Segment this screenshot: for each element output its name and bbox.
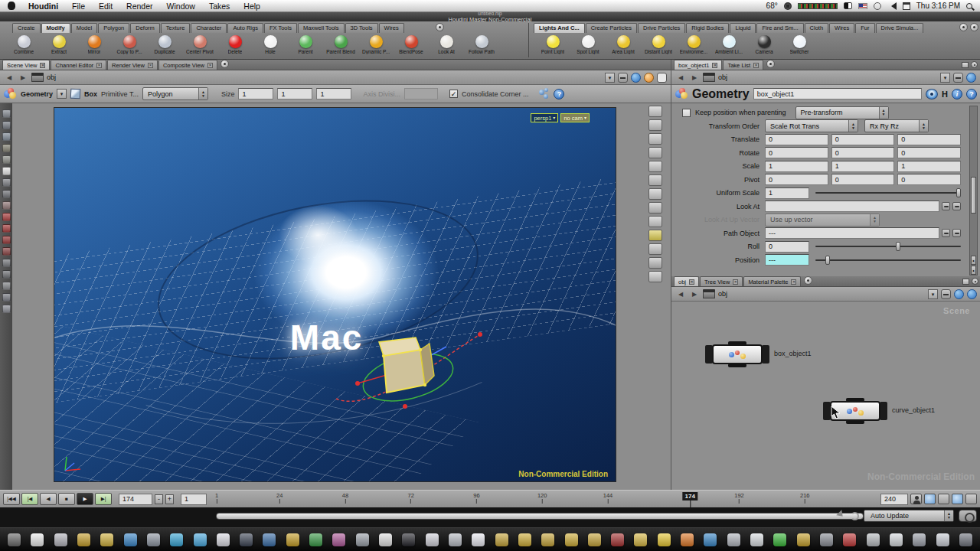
window-titlebar[interactable]: untitled.hip Houdini Master Non-Commerci… <box>0 12 980 21</box>
linked-icon[interactable] <box>966 73 976 83</box>
tab-close-icon[interactable] <box>712 63 717 68</box>
primitive-type-select[interactable]: Polygon <box>142 87 208 100</box>
dock-app-icon[interactable] <box>426 533 439 546</box>
viewport-control-icon[interactable] <box>648 174 662 186</box>
viewport-tool-icon[interactable] <box>2 247 11 256</box>
snapshot-icon[interactable] <box>657 73 667 83</box>
consolidate-checkbox[interactable] <box>449 90 458 98</box>
viewport-tool-icon[interactable] <box>2 167 11 175</box>
dock-app-icon[interactable] <box>170 533 183 546</box>
dock-app-icon[interactable] <box>890 533 903 546</box>
viewport-control-icon[interactable] <box>648 243 662 255</box>
shelf-tab[interactable]: Create Particles <box>586 23 637 33</box>
pose-icon[interactable] <box>910 494 922 504</box>
sync-icon[interactable] <box>874 2 881 10</box>
shelf-tab[interactable]: Auto Rigs <box>227 23 263 33</box>
nav-forward-icon[interactable] <box>689 289 700 299</box>
pane-tab[interactable]: obj <box>674 276 699 286</box>
dock-app-icon[interactable] <box>727 533 740 546</box>
viewport-3d[interactable]: Mac persp1 no <box>54 107 616 482</box>
shelf-tab[interactable]: Wires <box>829 23 854 33</box>
shelf-tool[interactable]: Environme... <box>676 34 711 54</box>
uniform-scale-slider[interactable] <box>815 187 961 198</box>
dock-app-icon[interactable] <box>77 533 90 546</box>
spotlight-search-icon[interactable] <box>966 3 972 9</box>
playback-button[interactable]: |◀◀ <box>3 493 20 505</box>
viewport-tool-icon[interactable] <box>2 144 11 152</box>
dock-app-icon[interactable] <box>518 533 531 546</box>
rotate-x-field[interactable]: 0 <box>765 147 828 158</box>
shelf-tool[interactable]: Copy to P... <box>112 34 147 54</box>
pane-tab[interactable]: Tree View <box>700 276 743 286</box>
playback-button[interactable]: ▶ <box>77 493 93 505</box>
shelf-tab[interactable]: Model <box>71 23 97 33</box>
camera-persp-chip[interactable]: persp1 <box>531 113 558 122</box>
pivot-z-field[interactable]: 0 <box>897 174 961 185</box>
shelf-tab[interactable]: Deform <box>130 23 160 33</box>
info-icon[interactable] <box>952 89 962 99</box>
linked-icon[interactable] <box>954 289 964 299</box>
network-editor-canvas[interactable]: Scene Non-Commercial Edition box_object1 <box>671 302 980 490</box>
shelf-tool[interactable]: Camera <box>746 34 782 54</box>
display-toggle-icon[interactable] <box>844 2 852 9</box>
tab-close-icon[interactable] <box>40 63 45 68</box>
viewport-tool-icon[interactable] <box>2 305 11 313</box>
dock-app-icon[interactable] <box>379 533 392 546</box>
viewport-tool-icon[interactable] <box>2 155 11 164</box>
loop-icon[interactable] <box>938 494 949 504</box>
op-jump-icon[interactable] <box>942 229 950 237</box>
range-start-field[interactable]: 1 <box>181 494 207 505</box>
menubar-clock[interactable]: Thu 3:16 PM <box>916 2 960 10</box>
dock-app-icon[interactable] <box>959 533 972 546</box>
dock-app-icon[interactable] <box>773 533 786 546</box>
pin-icon[interactable] <box>618 73 628 83</box>
shelf-tab[interactable]: Drive Particles <box>638 23 685 33</box>
playback-button[interactable]: |◀ <box>21 493 38 505</box>
nav-back-icon[interactable] <box>675 73 686 83</box>
size-y-field[interactable]: 1 <box>277 88 312 99</box>
dock-app-icon[interactable] <box>704 533 717 546</box>
shelf-tab[interactable]: Create <box>12 23 41 33</box>
viewport-tool-icon[interactable] <box>2 270 11 279</box>
dock-app-icon[interactable] <box>240 533 253 546</box>
input-language-flag-icon[interactable] <box>858 3 867 9</box>
dock-app-icon[interactable] <box>634 533 647 546</box>
new-tab-button[interactable] <box>766 60 775 68</box>
shelf-tool[interactable]: Extract <box>41 34 77 54</box>
help-icon[interactable] <box>554 89 564 99</box>
context-dropdown-icon[interactable] <box>57 89 67 99</box>
path-object-field[interactable]: --- <box>765 227 939 239</box>
menu-item[interactable]: Takes <box>202 2 237 11</box>
shelf-tool[interactable]: Center Pivot <box>182 34 217 54</box>
dock-app-icon[interactable] <box>843 533 856 546</box>
shelf-tab[interactable]: Polygon <box>98 23 129 33</box>
points-icon[interactable] <box>538 88 550 99</box>
menu-item[interactable]: Edit <box>92 2 119 11</box>
shelf-scroll-left-button[interactable] <box>959 23 968 31</box>
current-frame-field[interactable]: 174 <box>119 494 152 505</box>
viewport-control-icon[interactable] <box>648 257 662 269</box>
gear-icon[interactable] <box>784 2 792 10</box>
shelf-tool[interactable]: Follow Path <box>464 34 499 54</box>
shelf-add-tab-button[interactable] <box>436 23 444 31</box>
network-type-icon[interactable] <box>31 73 44 82</box>
new-tab-button[interactable] <box>804 276 812 285</box>
shelf-tool[interactable]: BlendPose <box>394 34 429 54</box>
dropdown-stepper-icon[interactable] <box>919 120 928 132</box>
shelf-tab[interactable]: Liquid <box>730 23 756 33</box>
nav-back-icon[interactable] <box>675 289 686 299</box>
dock-app-icon[interactable] <box>263 533 276 546</box>
shelf-tool[interactable]: Mirror <box>77 34 112 54</box>
viewport-tool-icon[interactable] <box>2 178 11 187</box>
dock-app-icon[interactable] <box>54 533 67 546</box>
tab-close-icon[interactable] <box>733 279 738 285</box>
position-field[interactable]: --- <box>765 254 809 266</box>
keep-position-checkbox[interactable] <box>682 109 691 117</box>
display-flag-icon[interactable] <box>926 89 938 99</box>
search-icon[interactable] <box>967 289 977 299</box>
size-z-field[interactable]: 1 <box>316 88 351 99</box>
viewport-control-icon[interactable] <box>648 230 662 241</box>
roll-slider[interactable] <box>815 241 961 252</box>
path-breadcrumb[interactable]: obj <box>47 73 56 81</box>
shelf-tab[interactable]: Maxwell Tools <box>298 23 345 33</box>
